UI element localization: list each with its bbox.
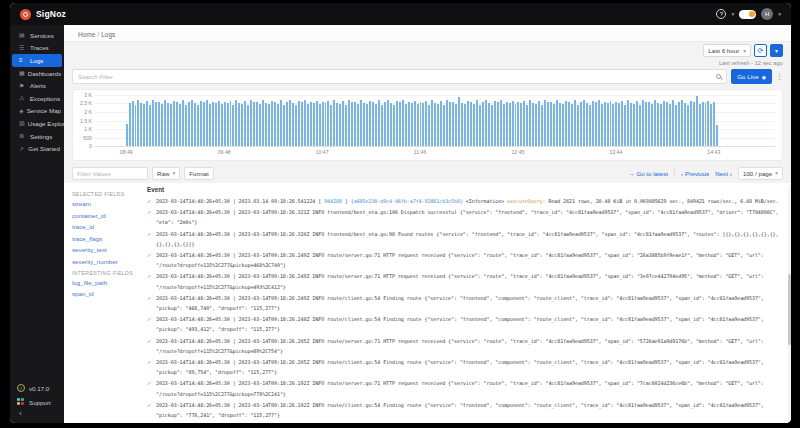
histogram-bar[interactable] (494, 101, 496, 146)
histogram-bar[interactable] (654, 100, 656, 146)
histogram-bar[interactable] (366, 104, 368, 146)
sidebar-item-usage-explorer[interactable]: ▥Usage Explorer (12, 117, 62, 130)
scrollbar[interactable] (788, 185, 791, 420)
help-caret-icon[interactable]: ▾ (731, 11, 734, 17)
support-row[interactable]: Support (10, 395, 64, 409)
histogram-bar[interactable] (633, 104, 635, 146)
histogram-bar[interactable] (618, 103, 620, 146)
histogram-bar[interactable] (710, 104, 712, 146)
log-row[interactable]: ✓2023-03-14T14:48:26+05:30 | 2023-03-14T… (147, 336, 786, 356)
histogram-bar[interactable] (696, 96, 698, 146)
log-expand-check-icon[interactable]: ✓ (147, 421, 156, 423)
histogram-bar[interactable] (301, 102, 303, 146)
log-row[interactable]: ✓2023-03-14T14:48:26+05:30 | 2023-03-14T… (147, 421, 786, 423)
log-row[interactable]: ✓2023-03-14T14:48:26+05:30 | 2023-03-14T… (147, 378, 786, 398)
version-row[interactable]: ✓ v0.17.0 (10, 381, 64, 395)
histogram-bar[interactable] (411, 103, 413, 146)
field-link-trace_id[interactable]: trace_id (72, 223, 144, 230)
histogram-bar[interactable] (520, 103, 522, 146)
histogram-bar[interactable] (179, 104, 181, 146)
field-link-severity_text[interactable]: severity_text (72, 246, 144, 253)
avatar[interactable]: H (761, 8, 773, 20)
histogram-bar[interactable] (553, 104, 555, 146)
histogram-bar[interactable] (538, 101, 540, 146)
histogram-bar[interactable] (271, 101, 273, 146)
histogram-bar[interactable] (206, 100, 208, 146)
histogram-bar[interactable] (191, 100, 193, 146)
histogram-bar[interactable] (595, 102, 597, 146)
histogram-bar[interactable] (559, 103, 561, 146)
log-expand-check-icon[interactable]: ✓ (147, 400, 156, 420)
histogram-bar[interactable] (425, 101, 427, 146)
more-options-icon[interactable]: ⋮ (776, 69, 783, 84)
histogram-bar[interactable] (268, 104, 270, 146)
histogram-bar[interactable] (221, 104, 223, 146)
log-row[interactable]: ✓2023-03-14T14:48:26+05:30 | 2023-03-14T… (147, 314, 786, 334)
histogram-bar[interactable] (506, 102, 508, 146)
histogram-bar[interactable] (417, 104, 419, 146)
histogram-bar[interactable] (304, 100, 306, 146)
scrollbar-thumb[interactable] (788, 274, 791, 345)
histogram-bar[interactable] (529, 100, 531, 146)
histogram-bar[interactable] (651, 104, 653, 146)
log-expand-check-icon[interactable]: ✓ (147, 357, 156, 377)
histogram-bar[interactable] (565, 101, 567, 146)
histogram-bar[interactable] (624, 105, 626, 146)
histogram-bar[interactable] (325, 103, 327, 146)
field-link-severity_number[interactable]: severity_number (72, 258, 144, 265)
histogram-bar[interactable] (437, 104, 439, 146)
log-row[interactable]: ✓2023-03-14T14:48:26+05:30 | 2023-03-14T… (147, 207, 786, 227)
histogram-bar[interactable] (541, 105, 543, 146)
histogram-bar[interactable] (621, 101, 623, 146)
histogram-bar[interactable] (482, 102, 484, 146)
histogram-bar[interactable] (241, 104, 243, 146)
histogram-bar[interactable] (663, 101, 665, 146)
histogram-bar[interactable] (488, 103, 490, 146)
histogram-bar[interactable] (319, 104, 321, 146)
histogram-bar[interactable] (580, 102, 582, 146)
histogram-bar[interactable] (197, 105, 199, 146)
histogram-bar[interactable] (363, 103, 365, 146)
histogram-bar[interactable] (562, 104, 564, 146)
histogram-bar[interactable] (396, 101, 398, 146)
refresh-button[interactable]: ⟳ (754, 44, 767, 57)
page-size-select[interactable]: 100 / page ▾ (738, 167, 783, 180)
histogram-bar[interactable] (176, 102, 178, 146)
histogram-bar[interactable] (440, 101, 442, 146)
histogram-bar[interactable] (289, 100, 291, 146)
histogram-bar[interactable] (523, 101, 525, 146)
histogram-bar[interactable] (244, 101, 246, 146)
histogram-bar[interactable] (212, 102, 214, 146)
histogram-bar[interactable] (310, 102, 312, 146)
histogram-bar[interactable] (630, 103, 632, 146)
histogram-bar[interactable] (253, 102, 255, 146)
histogram-bar[interactable] (173, 101, 175, 146)
histogram-bar[interactable] (699, 104, 701, 146)
sidebar-item-service-map[interactable]: ◈Service Map (12, 105, 62, 118)
histogram-bar[interactable] (568, 102, 570, 146)
log-expand-check-icon[interactable]: ✓ (147, 229, 156, 249)
theme-toggle[interactable] (739, 10, 756, 19)
histogram-bar[interactable] (571, 104, 573, 146)
sidebar-item-traces[interactable]: ☰Traces (12, 42, 62, 55)
histogram-bar[interactable] (235, 100, 237, 146)
histogram-bar[interactable] (687, 105, 689, 146)
histogram-bar[interactable] (274, 102, 276, 146)
histogram-bar[interactable] (372, 102, 374, 146)
histogram-bar[interactable] (500, 100, 502, 146)
histogram-bar[interactable] (491, 105, 493, 146)
histogram-bar[interactable] (666, 102, 668, 146)
histogram-bar[interactable] (161, 104, 163, 146)
histogram-bar[interactable] (657, 103, 659, 146)
histogram-bar[interactable] (227, 103, 229, 146)
histogram-bar[interactable] (307, 104, 309, 146)
histogram-bar[interactable] (342, 101, 344, 146)
log-expand-check-icon[interactable]: ✓ (147, 378, 156, 398)
histogram-bar[interactable] (604, 102, 606, 146)
log-row[interactable]: ✓2023-03-14T14:48:26+05:30 | 2023-03-14T… (147, 400, 786, 420)
histogram-bar[interactable] (610, 101, 612, 146)
refresh-options-button[interactable]: ▾ (770, 44, 783, 57)
histogram-bar[interactable] (369, 101, 371, 146)
histogram-bar[interactable] (152, 100, 154, 146)
go-to-latest-button[interactable]: → Go to latest (628, 170, 668, 177)
